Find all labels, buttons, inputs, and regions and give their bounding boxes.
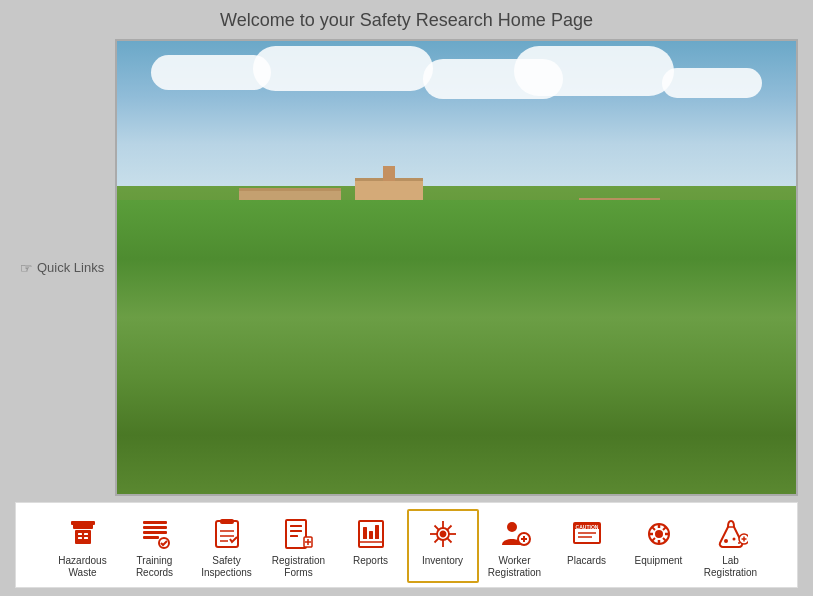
nav-item-lab-registration[interactable]: LabRegistration xyxy=(695,509,767,583)
training-records-icon xyxy=(136,515,174,553)
quick-links-label: ☞ Quick Links xyxy=(20,260,104,276)
nav-label-lab-registration: LabRegistration xyxy=(704,555,757,579)
svg-rect-4 xyxy=(84,533,88,535)
building-1 xyxy=(151,209,232,280)
nav-item-inventory[interactable]: Inventory xyxy=(407,509,479,583)
nav-label-registration-forms: RegistrationForms xyxy=(272,555,325,579)
svg-rect-6 xyxy=(71,521,95,525)
building-tower xyxy=(355,178,423,290)
svg-rect-2 xyxy=(78,533,82,535)
nav-item-registration-forms[interactable]: RegistrationForms xyxy=(263,509,335,583)
svg-rect-5 xyxy=(84,537,88,539)
main-container: Welcome to your Safety Research Home Pag… xyxy=(0,0,813,596)
campus-image-container xyxy=(115,39,798,496)
road-1 xyxy=(253,431,660,449)
quick-links-icon: ☞ xyxy=(20,260,33,276)
nav-item-safety-inspections[interactable]: SafetyInspections xyxy=(191,509,263,583)
lab-registration-icon xyxy=(712,515,750,553)
svg-rect-12 xyxy=(216,521,238,547)
nav-item-worker-registration[interactable]: WorkerRegistration xyxy=(479,509,551,583)
nav-label-inventory: Inventory xyxy=(422,555,463,567)
registration-forms-icon xyxy=(280,515,318,553)
campus-image xyxy=(117,41,796,494)
building-4 xyxy=(443,219,565,290)
svg-rect-26 xyxy=(369,531,373,539)
buildings-layer xyxy=(117,168,796,372)
nav-item-hazardous-waste[interactable]: HazardousWaste xyxy=(47,509,119,583)
svg-rect-3 xyxy=(78,537,82,539)
svg-line-57 xyxy=(652,527,655,530)
cloud-2 xyxy=(253,46,433,91)
cloud-5 xyxy=(514,46,674,96)
page-title: Welcome to your Safety Research Home Pag… xyxy=(220,10,593,31)
nav-label-placards: Placards xyxy=(567,555,606,567)
svg-rect-27 xyxy=(375,525,379,539)
quick-links-sidebar: ☞ Quick Links xyxy=(15,39,115,496)
svg-rect-10 xyxy=(143,536,159,539)
svg-rect-19 xyxy=(290,530,302,532)
trees xyxy=(117,313,796,494)
nav-bar: HazardousWaste TrainingRecords xyxy=(15,502,798,588)
building-6 xyxy=(674,209,776,280)
svg-rect-1 xyxy=(75,530,91,544)
nav-label-training-records: TrainingRecords xyxy=(136,555,173,579)
svg-line-55 xyxy=(652,538,655,541)
worker-registration-icon xyxy=(496,515,534,553)
inventory-icon xyxy=(424,515,462,553)
plaza-circle xyxy=(409,333,504,440)
nav-item-training-records[interactable]: TrainingRecords xyxy=(119,509,191,583)
nav-label-equipment: Equipment xyxy=(635,555,683,567)
svg-text:CAUTION: CAUTION xyxy=(575,524,598,530)
hazardous-waste-icon xyxy=(64,515,102,553)
cloud-4 xyxy=(662,68,762,98)
svg-rect-20 xyxy=(290,535,298,537)
svg-rect-7 xyxy=(143,521,167,524)
content-area: ☞ Quick Links xyxy=(15,39,798,496)
svg-rect-17 xyxy=(286,520,306,548)
svg-point-39 xyxy=(507,522,517,532)
nav-label-worker-registration: WorkerRegistration xyxy=(488,555,541,579)
svg-rect-13 xyxy=(220,519,234,524)
placards-icon: CAUTION xyxy=(568,515,606,553)
svg-point-49 xyxy=(655,530,663,538)
svg-point-59 xyxy=(724,539,728,543)
nav-label-hazardous-waste: HazardousWaste xyxy=(58,555,106,579)
svg-line-51 xyxy=(663,527,666,530)
svg-line-37 xyxy=(434,538,439,543)
svg-line-36 xyxy=(446,526,451,531)
equipment-icon xyxy=(640,515,678,553)
nav-label-reports: Reports xyxy=(353,555,388,567)
building-5 xyxy=(579,198,660,280)
svg-rect-25 xyxy=(363,527,367,539)
ground xyxy=(117,186,796,494)
nav-label-safety-inspections: SafetyInspections xyxy=(201,555,252,579)
svg-point-60 xyxy=(732,538,735,541)
svg-rect-18 xyxy=(290,525,302,527)
svg-line-53 xyxy=(663,538,666,541)
safety-inspections-icon xyxy=(208,515,246,553)
nav-item-equipment[interactable]: Equipment xyxy=(623,509,695,583)
svg-rect-9 xyxy=(143,531,167,534)
svg-line-34 xyxy=(434,526,439,531)
building-2 xyxy=(239,188,341,280)
svg-rect-8 xyxy=(143,526,167,529)
nav-item-reports[interactable]: Reports xyxy=(335,509,407,583)
svg-point-38 xyxy=(440,532,445,537)
reports-icon xyxy=(352,515,390,553)
parking-area xyxy=(619,290,741,358)
nav-item-placards[interactable]: CAUTION Placards xyxy=(551,509,623,583)
svg-line-35 xyxy=(446,538,451,543)
